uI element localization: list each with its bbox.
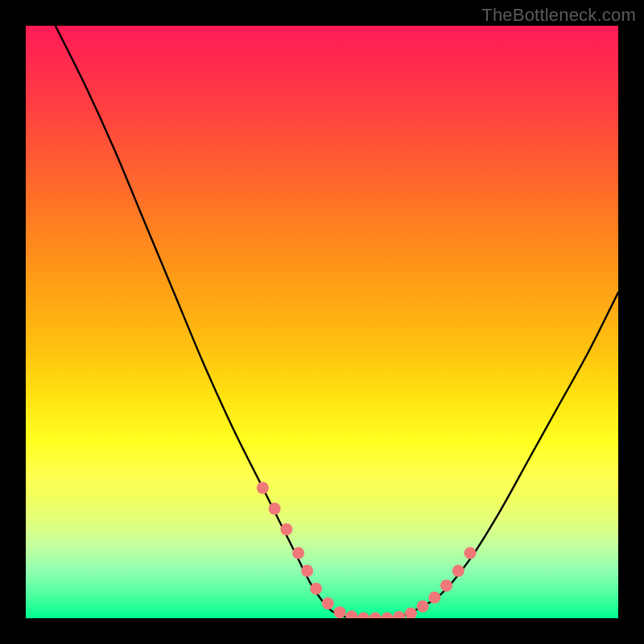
marker-point [334, 606, 346, 618]
marker-point [345, 610, 357, 618]
marker-point [440, 580, 452, 592]
marker-point [280, 523, 292, 535]
marker-point [292, 547, 304, 559]
chart-svg [26, 26, 618, 618]
marker-point [301, 565, 313, 577]
marker-point [381, 613, 393, 619]
marker-point [393, 611, 405, 618]
marker-points [257, 482, 477, 618]
bottleneck-curve [56, 26, 618, 618]
marker-point [428, 592, 440, 604]
marker-point [452, 565, 464, 577]
plot-area [26, 26, 618, 618]
marker-point [417, 601, 429, 613]
marker-point [257, 482, 269, 494]
marker-point [357, 613, 369, 619]
watermark-text: TheBottleneck.com [481, 5, 636, 26]
marker-point [310, 583, 322, 595]
marker-point [464, 547, 477, 559]
marker-point [369, 613, 382, 619]
marker-point [405, 608, 417, 618]
marker-point [322, 597, 334, 609]
marker-point [269, 502, 281, 514]
